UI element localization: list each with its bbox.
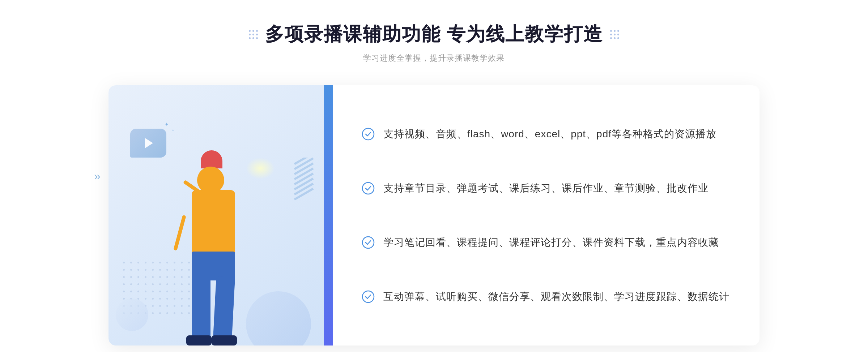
blue-accent-bar	[324, 85, 333, 345]
feature-item-2: 支持章节目录、弹题考试、课后练习、课后作业、章节测验、批改作业	[362, 173, 731, 204]
svg-point-3	[362, 291, 374, 302]
left-arrows-decoration: »	[94, 169, 101, 183]
dot	[614, 34, 616, 35]
illustration-panel: ✦ ✦	[109, 85, 333, 345]
dot	[617, 34, 619, 35]
check-circle-icon-3	[362, 236, 375, 249]
content-card: ✦ ✦	[109, 85, 760, 345]
feature-text-2: 支持章节目录、弹题考试、课后练习、课后作业、章节测验、批改作业	[383, 180, 709, 197]
dot	[249, 30, 251, 32]
stripe-decoration	[293, 158, 315, 201]
dot	[610, 37, 612, 39]
dot	[610, 34, 612, 35]
dot	[256, 34, 258, 35]
dot	[617, 37, 619, 39]
header-section: 多项录播课辅助功能 专为线上教学打造	[249, 22, 619, 64]
feature-text-3: 学习笔记回看、课程提问、课程评论打分、课件资料下载，重点内容收藏	[383, 235, 719, 251]
dot	[614, 30, 616, 32]
page-title: 多项录播课辅助功能 专为线上教学打造	[265, 22, 603, 47]
feature-item-3: 学习笔记回看、课程提问、课程评论打分、课件资料下载，重点内容收藏	[362, 227, 731, 258]
decorative-dots-left	[249, 30, 258, 39]
dot	[252, 37, 254, 39]
features-panel: 支持视频、音频、flash、word、excel、ppt、pdf等各种格式的资源…	[333, 85, 760, 345]
dot	[610, 30, 612, 32]
dot	[249, 34, 251, 35]
check-circle-icon-2	[362, 182, 375, 195]
svg-point-2	[362, 237, 374, 248]
title-wrapper: 多项录播课辅助功能 专为线上教学打造	[249, 22, 619, 47]
person-illustration	[145, 136, 282, 345]
page-subtitle: 学习进度全掌握，提升录播课教学效果	[249, 53, 619, 64]
dot	[252, 34, 254, 35]
dot	[614, 37, 616, 39]
decorative-dots-right	[610, 30, 619, 39]
dot	[256, 37, 258, 39]
sparkle-icon: ✦	[172, 129, 174, 132]
page-container: » 多项	[0, 0, 868, 352]
dot	[256, 30, 258, 32]
dot	[249, 37, 251, 39]
feature-text-1: 支持视频、音频、flash、word、excel、ppt、pdf等各种格式的资源…	[383, 126, 716, 142]
feature-item-1: 支持视频、音频、flash、word、excel、ppt、pdf等各种格式的资源…	[362, 119, 731, 150]
dot	[252, 30, 254, 32]
svg-point-1	[362, 183, 374, 194]
blue-circle-small	[116, 299, 148, 331]
svg-point-0	[362, 128, 374, 140]
sparkle-icon: ✦	[165, 121, 169, 127]
check-circle-icon-1	[362, 128, 375, 141]
feature-text-4: 互动弹幕、试听购买、微信分享、观看次数限制、学习进度跟踪、数据统计	[383, 289, 729, 305]
check-circle-icon-4	[362, 290, 375, 303]
dot	[617, 30, 619, 32]
feature-item-4: 互动弹幕、试听购买、微信分享、观看次数限制、学习进度跟踪、数据统计	[362, 282, 731, 312]
